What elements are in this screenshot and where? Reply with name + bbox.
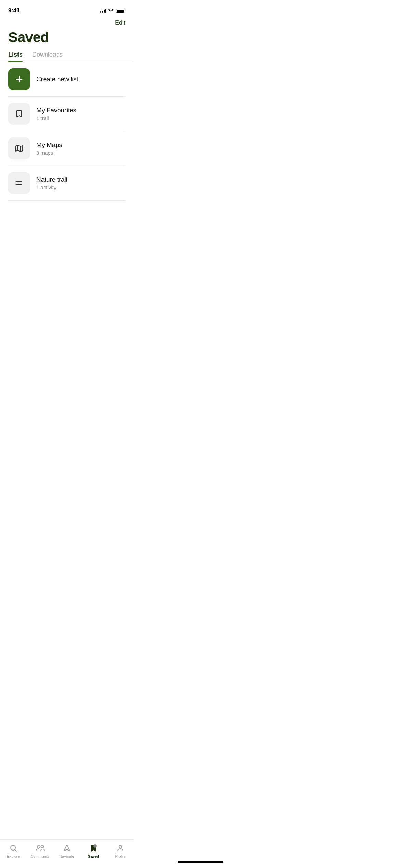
my-favourites-text: My Favourites 1 trail xyxy=(36,107,76,121)
my-maps-title: My Maps xyxy=(36,141,62,149)
wifi-icon xyxy=(108,8,114,13)
my-favourites-title: My Favourites xyxy=(36,107,76,114)
create-new-list-item[interactable]: Create new list xyxy=(8,62,125,97)
my-maps-subtitle: 3 maps xyxy=(36,150,62,156)
status-time: 9:41 xyxy=(8,7,20,14)
tab-lists[interactable]: Lists xyxy=(8,51,23,62)
edit-button[interactable]: Edit xyxy=(115,19,125,26)
svg-point-7 xyxy=(16,181,17,182)
status-bar: 9:41 xyxy=(0,0,134,16)
header: Edit xyxy=(0,16,134,26)
nature-trail-item[interactable]: Nature trail 1 activity xyxy=(8,166,125,201)
create-new-list-title: Create new list xyxy=(36,75,78,83)
favourites-icon xyxy=(8,103,30,125)
maps-icon xyxy=(8,137,30,159)
my-maps-item[interactable]: My Maps 3 maps xyxy=(8,131,125,166)
status-icons xyxy=(100,8,126,13)
svg-point-8 xyxy=(16,183,17,184)
my-favourites-subtitle: 1 trail xyxy=(36,115,76,121)
signal-icon xyxy=(100,9,106,13)
my-maps-text: My Maps 3 maps xyxy=(36,141,62,156)
tab-downloads[interactable]: Downloads xyxy=(32,51,63,62)
page-title: Saved xyxy=(0,26,134,51)
create-list-icon xyxy=(8,68,30,90)
nature-trail-title: Nature trail xyxy=(36,176,68,183)
battery-icon xyxy=(116,9,125,13)
create-new-list-text: Create new list xyxy=(36,75,78,83)
nature-trail-icon xyxy=(8,172,30,194)
nature-trail-subtitle: 1 activity xyxy=(36,184,68,190)
svg-point-9 xyxy=(16,184,17,185)
list-content: Create new list My Favourites 1 trail My… xyxy=(0,62,134,201)
tabs: Lists Downloads xyxy=(0,51,134,62)
my-favourites-item[interactable]: My Favourites 1 trail xyxy=(8,97,125,131)
nature-trail-text: Nature trail 1 activity xyxy=(36,176,68,190)
